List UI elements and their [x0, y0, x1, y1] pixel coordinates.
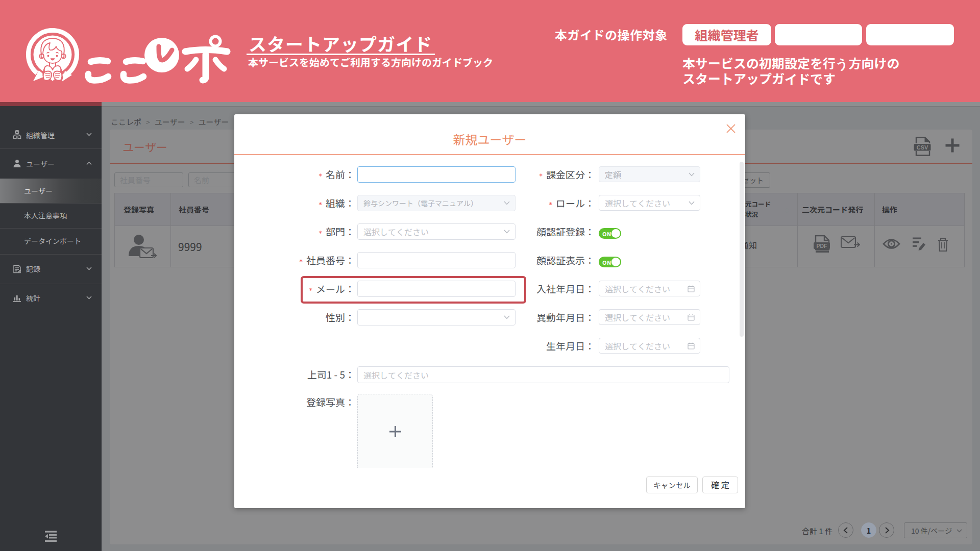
svg-text:PDF: PDF	[817, 243, 828, 249]
svg-text:CSV: CSV	[917, 144, 928, 151]
